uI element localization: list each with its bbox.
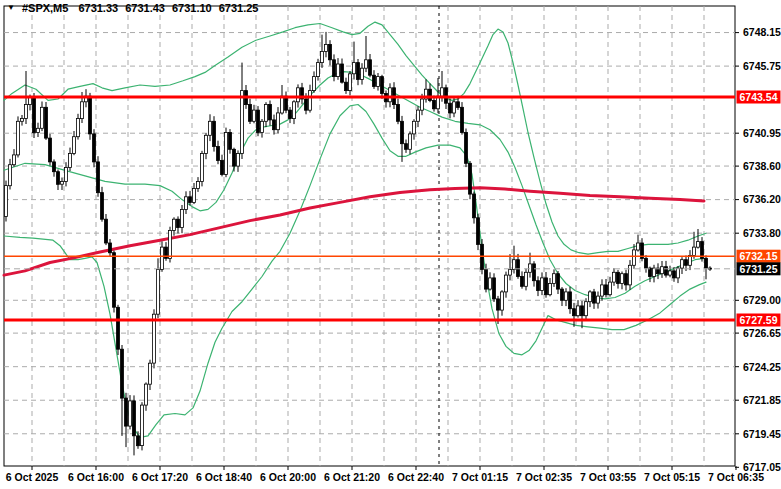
symbol-dropdown-icon[interactable]: ▼ <box>7 3 15 13</box>
candle-bear <box>449 103 452 113</box>
candle-bear <box>381 77 384 94</box>
candle-bull <box>25 105 28 119</box>
candle-bear <box>217 147 220 161</box>
candle-bull <box>309 91 312 111</box>
candle-bull <box>265 105 268 122</box>
candle-bull <box>209 121 212 135</box>
candle-bear <box>89 96 92 134</box>
candle-bull <box>21 119 24 122</box>
candle-bull <box>601 285 604 296</box>
candle-bull <box>325 44 328 51</box>
candle-bull <box>277 113 280 130</box>
candle-bull <box>205 135 208 153</box>
candle-bull <box>161 247 164 269</box>
chart-title-bar: ▼ #SPX,M5 6731.33 6731.43 6731.10 6731.2… <box>7 1 265 15</box>
candle-bear <box>485 270 488 290</box>
price-line-label: 6732.15 <box>740 250 778 262</box>
candle-bull <box>197 181 200 188</box>
candle-bear <box>117 307 120 349</box>
x-axis-label: 7 Oct 06:35 <box>708 471 764 483</box>
candle-bull <box>169 230 172 258</box>
candle-bear <box>341 64 344 82</box>
candle-bull <box>185 197 188 210</box>
candle-bull <box>585 302 588 316</box>
candle-bear <box>121 349 124 398</box>
price-chart-canvas[interactable]: 6743.546732.156731.256727.596748.156745.… <box>0 0 781 489</box>
candle-bull <box>489 278 492 289</box>
y-axis-label: 6738.60 <box>743 160 781 172</box>
candle-bear <box>569 292 572 309</box>
candle-bear <box>517 260 520 277</box>
y-axis-label: 6745.75 <box>743 60 781 72</box>
candle-bear <box>109 243 112 253</box>
candle-bear <box>625 274 628 285</box>
candle-bear <box>53 162 56 172</box>
x-axis-label: 6 Oct 18:40 <box>196 471 252 483</box>
candle-bull <box>81 102 84 119</box>
candle-bull <box>293 102 296 119</box>
y-axis-label: 6748.15 <box>743 26 781 38</box>
candle-bull <box>693 247 696 255</box>
candle-bear <box>133 401 136 436</box>
candle-bear <box>433 100 436 108</box>
candle-bull <box>13 155 16 165</box>
candle-bear <box>545 278 548 295</box>
candle-bull <box>65 168 68 182</box>
candle-bear <box>493 278 496 299</box>
candle-bull <box>525 272 528 286</box>
candle-bear <box>533 264 536 281</box>
candle-bull <box>597 296 600 303</box>
candle-bull <box>253 110 256 121</box>
candle-bear <box>45 107 48 138</box>
candle-bear <box>229 133 232 150</box>
candle-bear <box>249 105 252 122</box>
candle-bear <box>685 260 688 266</box>
y-axis-label: 6740.95 <box>743 127 781 139</box>
candle-bear <box>405 144 408 150</box>
candle-bull <box>629 265 632 285</box>
candle-bear <box>665 267 668 275</box>
candle-bear <box>705 258 708 268</box>
candle-bull <box>129 401 132 426</box>
symbol-period-label: #SPX,M5 <box>22 2 68 14</box>
candle-bear <box>221 161 224 175</box>
candle-bear <box>477 218 480 245</box>
candle-bull <box>509 270 512 276</box>
x-axis-label: 6 Oct 20:00 <box>260 471 316 483</box>
candle-bear <box>457 102 460 108</box>
candle-bull <box>173 219 176 230</box>
candle-bull <box>505 275 508 292</box>
candle-bull <box>241 91 244 154</box>
candle-bear <box>93 134 96 162</box>
candle-bear <box>213 121 216 146</box>
candle-bull <box>529 264 532 272</box>
candle-bull <box>669 271 672 275</box>
candle-bull <box>349 74 352 91</box>
candle-bull <box>501 292 504 310</box>
candle-bear <box>105 219 108 243</box>
candle-bear <box>305 99 308 110</box>
candle-bear <box>233 149 236 166</box>
candle-bull <box>237 154 240 167</box>
candle-bear <box>645 258 648 268</box>
candle-bear <box>397 105 400 122</box>
y-axis-label: 6726.65 <box>743 327 781 339</box>
y-axis-label: 6721.85 <box>743 394 781 406</box>
candle-bull <box>41 107 44 128</box>
candle-bear <box>649 268 652 276</box>
candle-bear <box>473 194 476 218</box>
candle-bull <box>409 134 412 149</box>
candle-bull <box>9 165 12 186</box>
candle-bear <box>605 285 608 295</box>
candle-bear <box>593 292 596 303</box>
candle-bear <box>269 105 272 120</box>
candle-bear <box>617 272 620 283</box>
candle-bear <box>289 110 292 118</box>
candle-bull <box>697 242 700 248</box>
candle-bull <box>441 88 444 96</box>
candle-bear <box>113 253 116 308</box>
candle-bear <box>401 121 404 143</box>
candle-bull <box>313 77 316 91</box>
candle-bull <box>73 137 76 154</box>
y-axis-label: 6719.45 <box>743 428 781 440</box>
